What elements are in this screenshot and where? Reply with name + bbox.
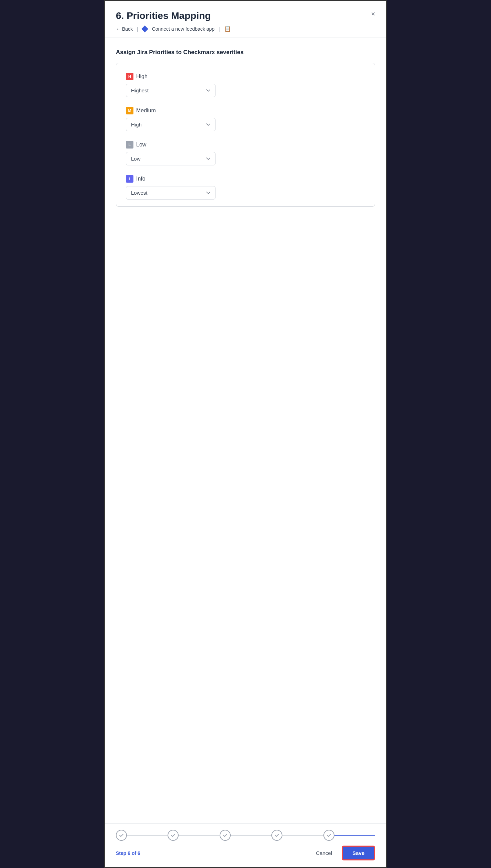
modal-footer: Step 6 of 6 Cancel Save	[105, 823, 386, 867]
info-priority-select[interactable]: Highest High Medium Low Lowest	[126, 186, 216, 200]
clipboard-icon: 📋	[224, 25, 231, 32]
diamond-icon	[141, 25, 148, 32]
severity-label-info: I Info	[126, 175, 365, 183]
step-2	[168, 830, 179, 841]
medium-severity-text: Medium	[136, 108, 156, 114]
medium-priority-select[interactable]: Highest High Medium Low Lowest	[126, 118, 216, 131]
back-link[interactable]: ← Back	[116, 26, 133, 32]
save-button[interactable]: Save	[342, 846, 375, 860]
app-name: Connect a new feedback app	[152, 26, 214, 32]
high-severity-text: High	[136, 73, 148, 80]
step-line-1	[127, 835, 168, 836]
modal-body: Assign Jira Priorities to Checkmarx seve…	[105, 38, 386, 823]
info-severity-icon: I	[126, 175, 133, 183]
back-label: ← Back	[116, 26, 133, 32]
low-priority-select[interactable]: Highest High Medium Low Lowest	[126, 152, 216, 165]
progress-steps	[116, 830, 375, 841]
mapping-row-high: H High Highest High Medium Low Lowest	[126, 73, 365, 97]
cancel-button[interactable]: Cancel	[310, 847, 338, 859]
low-severity-icon: L	[126, 141, 133, 149]
breadcrumb: ← Back | Connect a new feedback app | 📋	[116, 25, 375, 32]
severity-label-high: H High	[126, 73, 365, 80]
step-line-3	[231, 835, 271, 836]
close-button[interactable]: ×	[371, 10, 375, 17]
high-severity-icon: H	[126, 73, 133, 80]
step-line-5	[334, 835, 375, 836]
section-title: Assign Jira Priorities to Checkmarx seve…	[116, 49, 375, 56]
step-3	[220, 830, 231, 841]
modal-header: 6. Priorities Mapping ← Back | Connect a…	[105, 1, 386, 38]
modal: 6. Priorities Mapping ← Back | Connect a…	[104, 0, 387, 868]
footer-buttons: Cancel Save	[310, 846, 375, 860]
mapping-row-medium: M Medium Highest High Medium Low Lowest	[126, 107, 365, 131]
breadcrumb-separator-2: |	[219, 26, 220, 32]
high-priority-select[interactable]: Highest High Medium Low Lowest	[126, 84, 216, 97]
severity-label-medium: M Medium	[126, 107, 365, 114]
footer-actions: Step 6 of 6 Cancel Save	[116, 846, 375, 860]
mapping-card: H High Highest High Medium Low Lowest M …	[116, 63, 375, 207]
mapping-row-low: L Low Highest High Medium Low Lowest	[126, 141, 365, 165]
step-line-2	[179, 835, 219, 836]
step-line-4	[282, 835, 323, 836]
step-5	[323, 830, 334, 841]
step-1	[116, 830, 127, 841]
severity-label-low: L Low	[126, 141, 365, 149]
step-label: Step 6 of 6	[116, 850, 140, 856]
low-severity-text: Low	[136, 142, 146, 148]
page-title: 6. Priorities Mapping	[116, 10, 375, 21]
medium-severity-icon: M	[126, 107, 133, 114]
breadcrumb-separator: |	[137, 26, 138, 32]
info-severity-text: Info	[136, 176, 146, 182]
mapping-row-info: I Info Highest High Medium Low Lowest	[126, 175, 365, 200]
step-4	[271, 830, 282, 841]
